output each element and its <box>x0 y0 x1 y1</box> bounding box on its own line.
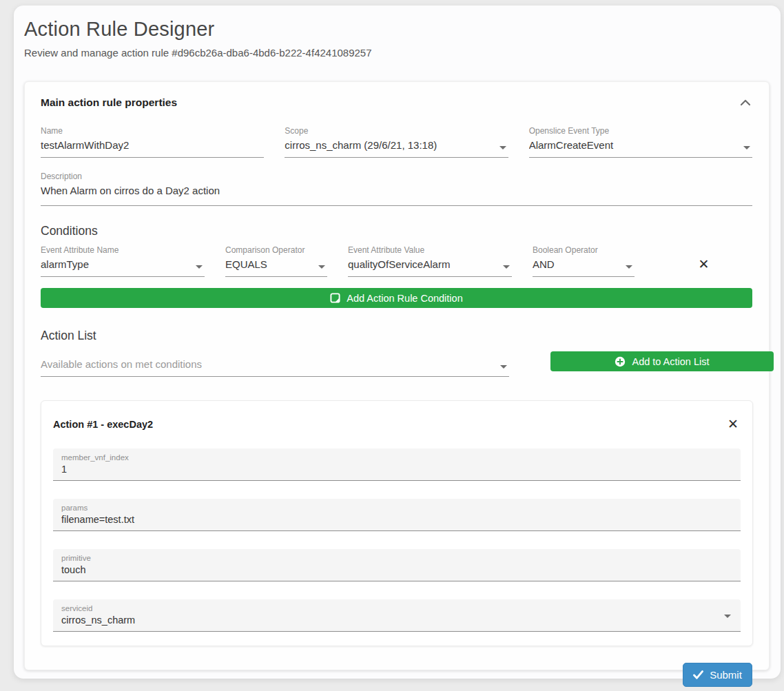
comparison-operator-label: Comparison Operator <box>225 245 327 255</box>
event-type-label: Openslice Event Type <box>529 126 752 136</box>
submit-button[interactable]: Submit <box>683 663 752 687</box>
serviceid-value[interactable]: cirros_ns_charm <box>61 615 732 626</box>
caret-down-icon[interactable] <box>499 146 506 149</box>
available-actions-select[interactable]: Available actions on met conditions <box>41 355 509 377</box>
note-add-icon <box>330 293 340 303</box>
main-form-card: Main action rule properties Name testAla… <box>24 81 770 670</box>
description-value[interactable]: When Alarm on cirros do a Day2 action <box>41 185 752 206</box>
page-header: Action Rule Designer Review and manage a… <box>14 6 781 59</box>
submit-label: Submit <box>710 669 742 681</box>
action-rule-designer-panel: Action Rule Designer Review and manage a… <box>14 6 781 679</box>
boolean-operator-label: Boolean Operator <box>533 245 635 255</box>
event-attribute-name-select[interactable]: Event Attribute Name alarmType <box>41 245 205 277</box>
condition-row: Event Attribute Name alarmType Compariso… <box>41 245 752 277</box>
primitive-field[interactable]: primitive touch <box>53 549 741 581</box>
scope-label: Scope <box>285 126 508 136</box>
page-title: Action Rule Designer <box>24 18 770 41</box>
caret-down-icon[interactable] <box>196 265 203 269</box>
conditions-heading: Conditions <box>41 224 752 238</box>
serviceid-select[interactable]: serviceid cirros_ns_charm <box>53 599 741 632</box>
caret-down-icon[interactable] <box>724 615 731 618</box>
main-properties-heading: Main action rule properties <box>41 96 177 109</box>
member-vnf-index-label: member_vnf_index <box>61 453 732 462</box>
scope-select[interactable]: Scope cirros_ns_charm (29/6/21, 13:18) <box>285 126 508 158</box>
event-attribute-value-value[interactable]: qualityOfServiceAlarm <box>348 258 512 277</box>
primitive-label: primitive <box>61 554 732 562</box>
primitive-value[interactable]: touch <box>61 564 732 575</box>
boolean-operator-select[interactable]: Boolean Operator AND <box>533 245 635 277</box>
name-label: Name <box>41 126 264 136</box>
add-condition-label: Add Action Rule Condition <box>347 293 462 304</box>
event-attribute-name-label: Event Attribute Name <box>41 245 205 255</box>
event-attribute-value-select[interactable]: Event Attribute Value qualityOfServiceAl… <box>348 245 512 277</box>
add-to-action-list-label: Add to Action List <box>632 356 709 367</box>
member-vnf-index-field[interactable]: member_vnf_index 1 <box>53 448 741 481</box>
event-type-select[interactable]: Openslice Event Type AlarmCreateEvent <box>529 126 752 158</box>
scope-value[interactable]: cirros_ns_charm (29/6/21, 13:18) <box>285 139 508 158</box>
params-value[interactable]: filename=test.txt <box>61 514 732 525</box>
add-condition-button[interactable]: Add Action Rule Condition <box>41 288 752 308</box>
chevron-up-icon[interactable] <box>739 98 752 107</box>
member-vnf-index-value[interactable]: 1 <box>61 464 732 475</box>
event-type-value[interactable]: AlarmCreateEvent <box>529 139 752 158</box>
caret-down-icon[interactable] <box>500 365 507 369</box>
check-icon <box>693 670 703 679</box>
remove-action-button[interactable]: ✕ <box>728 417 739 431</box>
comparison-operator-select[interactable]: Comparison Operator EQUALS <box>225 245 327 277</box>
description-label: Description <box>41 172 752 181</box>
remove-condition-button[interactable]: ✕ <box>699 258 710 271</box>
action-list-row: Available actions on met conditions Add … <box>41 351 752 377</box>
params-field[interactable]: params filename=test.txt <box>53 499 741 531</box>
action-list-heading: Action List <box>41 329 752 343</box>
action-card-title: Action #1 - execDay2 <box>53 419 153 430</box>
name-value[interactable]: testAlarmWithDay2 <box>41 139 264 158</box>
event-attribute-value-label: Event Attribute Value <box>348 245 512 255</box>
caret-down-icon[interactable] <box>318 265 325 269</box>
caret-down-icon[interactable] <box>626 265 632 269</box>
name-field[interactable]: Name testAlarmWithDay2 <box>41 126 264 158</box>
params-label: params <box>61 504 732 512</box>
add-to-action-list-button[interactable]: Add to Action List <box>550 351 774 371</box>
event-attribute-name-value[interactable]: alarmType <box>41 258 205 277</box>
page-subtitle: Review and manage action rule #d96cb26a-… <box>24 47 770 59</box>
serviceid-label: serviceid <box>61 604 732 612</box>
description-field[interactable]: Description When Alarm on cirros do a Da… <box>41 172 752 206</box>
comparison-operator-value[interactable]: EQUALS <box>225 258 327 277</box>
caret-down-icon[interactable] <box>503 265 510 269</box>
available-actions-placeholder[interactable]: Available actions on met conditions <box>41 358 509 377</box>
boolean-operator-value[interactable]: AND <box>533 258 635 277</box>
caret-down-icon[interactable] <box>743 146 750 149</box>
plus-circle-icon <box>615 356 626 367</box>
action-card: Action #1 - execDay2 ✕ member_vnf_index … <box>41 400 753 646</box>
